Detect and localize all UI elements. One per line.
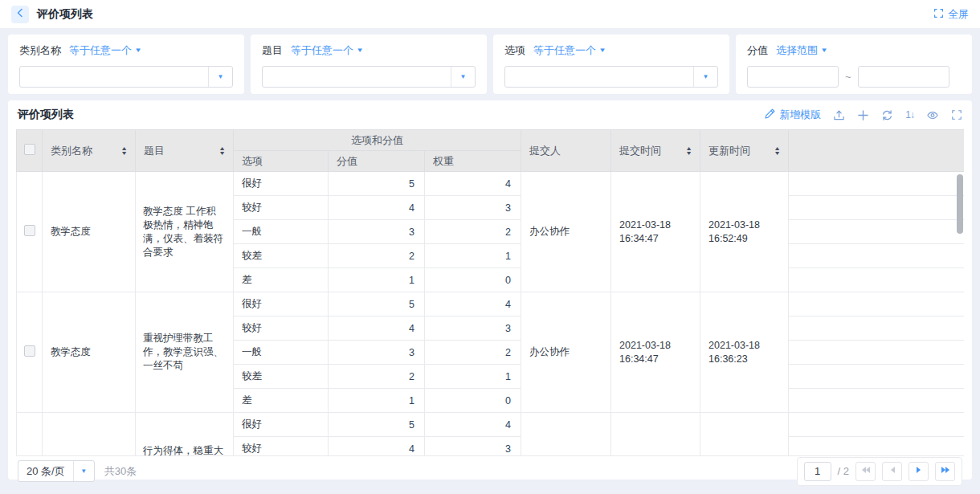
chevron-down-icon: ▼	[820, 47, 828, 54]
option-cell: 较差	[234, 244, 329, 268]
option-cell: 差	[234, 268, 329, 292]
weight-cell: 3	[425, 437, 521, 456]
chevron-down-icon: ▼	[451, 67, 475, 87]
title-cell: 重视护理带教工作，教学意识强、一丝不苟	[136, 292, 234, 413]
next-page-button[interactable]	[909, 462, 929, 481]
category-filter-select[interactable]: ▼	[19, 66, 233, 88]
fullscreen-button[interactable]: 全屏	[933, 7, 969, 22]
filter-label-category: 类别名称	[19, 43, 61, 58]
weight-cell: 4	[425, 292, 521, 316]
prev-page-button[interactable]	[882, 462, 902, 481]
score-cell: 4	[329, 316, 425, 341]
option-cell: 较好	[234, 437, 329, 456]
table-fullscreen-button[interactable]	[951, 109, 962, 120]
option-cell: 一般	[234, 341, 329, 365]
table-row: 行为得体，稳重大 很好 5 4	[17, 413, 965, 437]
score-cell: 4	[329, 437, 425, 456]
sort-icon[interactable]: ▲▼	[121, 146, 127, 156]
empty-cell	[789, 220, 964, 244]
empty-cell	[789, 341, 964, 365]
filter-card-option: 选项 等于任意一个▼ ▼	[493, 35, 729, 94]
sort-icon[interactable]: ▲▼	[774, 146, 780, 156]
export-button[interactable]	[833, 109, 845, 121]
empty-cell	[789, 413, 964, 437]
filter-operator-category[interactable]: 等于任意一个▼	[69, 43, 141, 58]
empty-cell	[789, 244, 964, 268]
filter-label-score: 分值	[747, 43, 768, 58]
title-filter-select[interactable]: ▼	[262, 66, 476, 88]
eye-icon	[926, 109, 939, 121]
title-cell: 教学态度 工作积极热情，精神饱满，仪表、着装符合要求	[136, 172, 234, 292]
header-option-score-group: 选项和分值	[234, 130, 521, 151]
score-cell: 3	[329, 341, 425, 365]
option-cell: 较好	[234, 196, 329, 220]
empty-cell	[789, 316, 964, 341]
first-page-button[interactable]	[855, 462, 876, 481]
option-cell: 很好	[234, 292, 329, 316]
filter-operator-option[interactable]: 等于任意一个▼	[533, 43, 606, 58]
evaluation-table: 类别名称▲▼ 题目▲▼ 选项和分值 提交人 提交时间▲▼ 更新时间▲▼ 选项 分…	[16, 129, 964, 455]
chevron-right-icon	[914, 465, 924, 477]
pen-icon	[764, 108, 776, 122]
weight-cell: 2	[425, 220, 521, 244]
sort-icon[interactable]: ▲▼	[219, 146, 225, 156]
chevron-down-icon: ▼	[598, 47, 606, 54]
header-option: 选项	[234, 151, 329, 172]
empty-cell	[789, 365, 964, 389]
submit-time-cell	[611, 413, 700, 456]
select-all-checkbox[interactable]	[24, 144, 35, 155]
filter-card-score: 分值 选择范围▼ ~	[736, 35, 972, 94]
chevron-left-icon	[15, 8, 25, 20]
update-time-cell: 2021-03-1816:52:49	[700, 172, 789, 292]
score-min-input[interactable]	[747, 66, 839, 88]
weight-cell: 0	[425, 268, 521, 292]
page-number-input[interactable]	[804, 462, 831, 481]
header-empty	[789, 130, 964, 172]
filter-operator-score[interactable]: 选择范围▼	[776, 43, 827, 58]
category-cell	[43, 413, 136, 456]
upload-icon	[833, 109, 845, 121]
panel-title: 评价项列表	[18, 108, 74, 122]
header-update-time: 更新时间▲▼	[700, 130, 789, 172]
option-filter-select[interactable]: ▼	[504, 66, 718, 88]
chevron-down-icon: ▼	[73, 461, 94, 481]
page-title: 评价项列表	[37, 7, 93, 22]
option-cell: 很好	[234, 413, 329, 437]
weight-cell: 1	[425, 244, 521, 268]
empty-cell	[789, 389, 964, 413]
row-checkbox[interactable]	[24, 345, 35, 357]
weight-cell: 1	[425, 365, 521, 389]
add-button[interactable]	[857, 109, 869, 121]
header-category: 类别名称▲▼	[43, 130, 136, 172]
back-button[interactable]	[11, 6, 29, 23]
sort-icon[interactable]: ▲▼	[686, 146, 692, 156]
option-cell: 一般	[234, 220, 329, 244]
option-cell: 较好	[234, 316, 329, 341]
row-checkbox[interactable]	[24, 225, 35, 236]
page-size-select[interactable]: 20 条/页 ▼	[18, 460, 95, 482]
filter-card-category: 类别名称 等于任意一个▼ ▼	[8, 35, 244, 94]
filter-operator-title[interactable]: 等于任意一个▼	[291, 43, 363, 58]
list-panel: 评价项列表 新增模版 1↓	[8, 100, 972, 480]
page-total: / 2	[838, 465, 849, 477]
header-title: 题目▲▼	[136, 130, 234, 172]
row-select-cell	[17, 413, 43, 456]
category-cell: 教学态度	[43, 172, 136, 292]
category-cell: 教学态度	[43, 292, 136, 413]
numeric-sort-button[interactable]: 1↓	[905, 109, 914, 120]
refresh-button[interactable]	[881, 109, 893, 121]
new-template-button[interactable]: 新增模版	[764, 108, 821, 122]
table-row: 教学态度 教学态度 工作积极热情，精神饱满，仪表、着装符合要求 很好 5 4 办…	[17, 172, 965, 196]
empty-cell	[789, 172, 964, 196]
option-cell: 很好	[234, 172, 329, 196]
submit-time-cell: 2021-03-1816:34:47	[611, 172, 700, 292]
score-max-input[interactable]	[858, 66, 949, 88]
refresh-icon	[881, 109, 893, 121]
column-visibility-button[interactable]	[926, 109, 939, 121]
weight-cell: 3	[425, 316, 521, 341]
header-score: 分值	[329, 151, 425, 172]
chevron-down-icon: ▼	[134, 47, 142, 54]
last-page-button[interactable]	[935, 462, 955, 481]
vertical-scrollbar[interactable]	[957, 174, 963, 234]
fullscreen-icon	[933, 8, 944, 21]
